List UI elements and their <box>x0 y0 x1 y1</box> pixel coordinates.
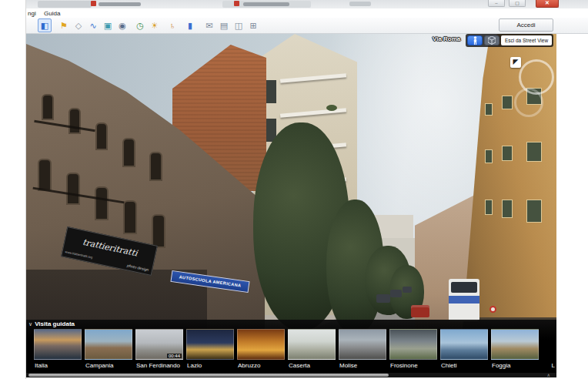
toggle-sidebar-icon[interactable]: ◧ <box>38 18 52 32</box>
tour-item[interactable]: Molise <box>339 329 386 369</box>
tour-thumb-foggia[interactable] <box>491 329 539 360</box>
tour-thumb-molise[interactable] <box>339 329 386 360</box>
cursor-icon: ◤ <box>510 57 521 68</box>
window-shutter <box>526 142 542 162</box>
tour-scrollbar[interactable]: ∧ <box>26 373 556 377</box>
palazzo-window <box>122 138 135 167</box>
tour-item[interactable]: Campania <box>85 329 132 369</box>
window-shutter <box>526 200 542 223</box>
palazzo-window <box>152 214 165 248</box>
look-ring-secondary[interactable] <box>514 88 543 117</box>
window-shutter <box>502 96 513 109</box>
sunlight-icon[interactable]: ☀ <box>148 18 162 32</box>
save-image-icon[interactable]: ◫ <box>232 18 246 32</box>
tour-item[interactable]: 00:44 San Ferdinando <box>135 329 183 369</box>
menu-bar: ngi Guida <box>26 8 588 18</box>
palazzo-window <box>66 173 80 205</box>
email-icon[interactable]: ✉ <box>202 18 216 32</box>
add-placemark-icon[interactable]: ⚑ <box>57 18 71 32</box>
tour-label: Abruzzo <box>237 362 285 369</box>
tour-header-label: Visita guidata <box>35 320 75 327</box>
view-in-maps-icon[interactable]: ⊞ <box>246 18 260 32</box>
street-view-controls: Esci da Street View <box>466 34 553 47</box>
add-path-icon[interactable]: ∿ <box>86 18 100 32</box>
guided-tour-strip: ∨Visita guidata Italia Campania 00:44 Sa… <box>26 320 556 377</box>
tour-thumb-italia[interactable] <box>34 329 82 360</box>
exit-street-view-button[interactable]: Esci da Street View <box>501 35 552 45</box>
no-parking-sign <box>489 306 496 313</box>
toolbar: ◧ ⚑ ◇ ∿ ▣ ◉ ◷ ☀ ♄ ▮ ✉ ▤ ◫ ⊞ Accedi <box>26 18 588 34</box>
balcony-plant <box>326 105 337 111</box>
buildings-3d-button[interactable] <box>484 35 499 45</box>
pegman-button[interactable] <box>467 35 483 45</box>
accedi-button[interactable]: Accedi <box>499 18 553 32</box>
tab-favicon <box>91 1 96 6</box>
tab-shape[interactable] <box>38 1 92 8</box>
add-polygon-icon[interactable]: ◇ <box>72 18 85 32</box>
partial-next-label: L <box>552 362 555 369</box>
tour-item[interactable]: Caserta <box>288 329 336 369</box>
shop-sign: trattieritratti www.trattieritratti.org … <box>61 226 158 276</box>
close-button[interactable]: ✕ <box>536 0 559 8</box>
bus-stripe <box>449 296 479 304</box>
tour-thumb-lazio[interactable] <box>186 329 234 360</box>
window-shutter <box>485 149 493 163</box>
buildings-3d-icon <box>488 36 496 45</box>
app-window: – ▢ ✕ ngi Guida ◧ ⚑ ◇ ∿ ▣ ◉ ◷ ☀ ♄ ▮ ✉ ▤ … <box>25 0 588 379</box>
tour-thumb-caserta[interactable] <box>288 329 336 360</box>
balcony <box>280 108 346 117</box>
menu-item-guida[interactable]: Guida <box>44 10 60 17</box>
tour-item[interactable]: Foggia <box>491 329 539 369</box>
tour-thumb-san-ferdinando[interactable]: 00:44 <box>135 329 183 360</box>
window-shutter <box>502 200 513 218</box>
tour-label: Chieti <box>440 362 488 369</box>
tour-header[interactable]: ∨Visita guidata <box>28 320 75 327</box>
planets-icon[interactable]: ♄ <box>165 18 179 32</box>
palazzo-window <box>38 159 52 191</box>
tour-label: Campania <box>85 362 132 369</box>
tour-thumb-chieti[interactable] <box>440 329 488 360</box>
menu-item-aggiungi[interactable]: ngi <box>28 10 36 17</box>
tour-item[interactable]: Lazio <box>186 329 234 369</box>
window-shutter <box>485 200 493 215</box>
bus <box>449 279 479 321</box>
palazzo-window <box>68 108 81 134</box>
tour-thumb-frosinone[interactable] <box>389 329 437 360</box>
tour-thumb-campania[interactable] <box>85 329 132 360</box>
palazzo-window <box>42 94 54 120</box>
add-image-overlay-icon[interactable]: ▣ <box>101 18 115 32</box>
tour-item[interactable]: Abruzzo <box>237 329 285 369</box>
tour-label: San Ferdinando <box>135 362 183 369</box>
window-shutter <box>485 103 493 116</box>
tour-item[interactable]: Italia <box>34 329 82 369</box>
balcony <box>280 73 346 82</box>
ruler-icon[interactable]: ▮ <box>183 18 197 32</box>
tour-thumb-abruzzo[interactable] <box>237 329 285 360</box>
tour-label: Foggia <box>491 362 539 369</box>
record-tour-icon[interactable]: ◉ <box>115 18 129 32</box>
tour-item[interactable]: Frosinone <box>389 329 437 369</box>
tab-title-blur <box>99 2 141 6</box>
pegman-icon <box>472 36 479 45</box>
tour-thumbnails: Italia Campania 00:44 San Ferdinando Laz… <box>34 329 539 369</box>
tab-title-blur <box>243 2 289 6</box>
window-shutter <box>502 146 513 161</box>
print-icon[interactable]: ▤ <box>217 18 231 32</box>
parked-car <box>376 294 390 303</box>
parked-car <box>390 290 402 297</box>
balcony-railing <box>34 120 95 132</box>
browser-tab-strip: – ▢ ✕ <box>26 0 588 8</box>
minimize-button[interactable]: – <box>488 0 505 7</box>
street-view-panorama[interactable]: trattieritratti www.trattieritratti.org … <box>26 34 556 377</box>
tab-shape <box>349 2 371 6</box>
tour-label: Lazio <box>186 362 234 369</box>
maximize-button[interactable]: ▢ <box>509 0 526 7</box>
historical-imagery-icon[interactable]: ◷ <box>133 18 147 32</box>
palazzo-window <box>95 186 109 220</box>
tour-item[interactable]: Chieti <box>440 329 488 369</box>
scroll-arrow-icon[interactable]: ∧ <box>547 372 550 377</box>
scrollbar-thumb[interactable] <box>28 374 389 377</box>
tour-label: Molise <box>339 362 386 369</box>
parked-car <box>403 287 412 293</box>
shop-sign-url: www.trattieritratti.org <box>65 250 93 259</box>
